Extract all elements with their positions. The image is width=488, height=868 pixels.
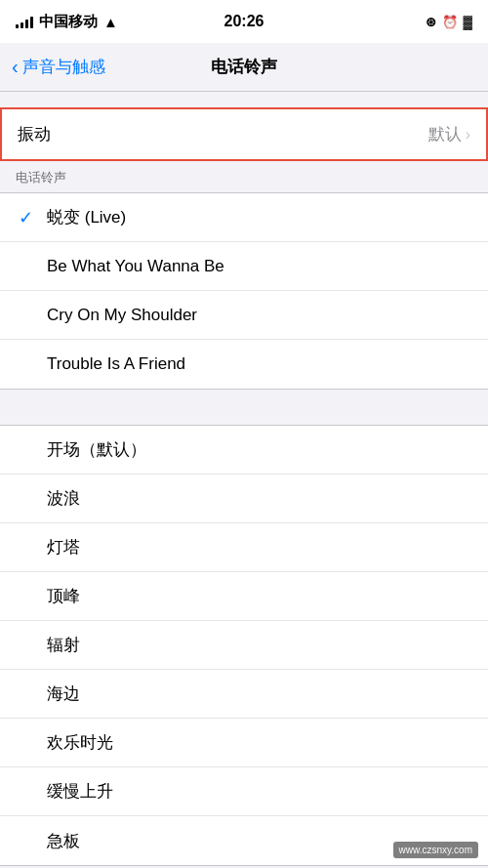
ringtone-label: 辐射 [47, 634, 472, 656]
back-chevron-icon: ‹ [12, 57, 19, 76]
ringtone-label: 蜕变 (Live) [47, 206, 472, 228]
list-item[interactable]: 海边 [0, 670, 488, 719]
alarm-icon: ⊛ [426, 15, 436, 29]
list-item[interactable]: 缓慢上升 [0, 767, 488, 816]
vibration-section: 振动 默认 › [0, 107, 488, 161]
list-item[interactable]: ✓ 蜕变 (Live) [0, 193, 488, 242]
status-carrier: 中国移动 ▲ [16, 13, 118, 31]
list-item[interactable]: 辐射 [0, 621, 488, 670]
vibration-row[interactable]: 振动 默认 › [2, 109, 486, 159]
vibration-label: 振动 [18, 123, 51, 145]
nav-bar: ‹ 声音与触感 电话铃声 [0, 43, 488, 92]
nav-title: 电话铃声 [211, 56, 277, 78]
vibration-value: 默认 [428, 123, 462, 145]
list-item[interactable]: 灯塔 [0, 523, 488, 572]
list-item[interactable]: 波浪 [0, 475, 488, 523]
ringtone-label: 灯塔 [47, 536, 472, 558]
back-label: 声音与触感 [22, 56, 105, 78]
list-item[interactable]: Be What You Wanna Be [0, 242, 488, 291]
status-bar: 中国移动 ▲ 20:26 ⊛ ⏰ ▓ [0, 0, 488, 43]
status-icons: ⊛ ⏰ ▓ [426, 15, 472, 29]
ringtone-label: 缓慢上升 [47, 780, 472, 803]
list-item[interactable]: 开场（默认） [0, 426, 488, 475]
checkmark-icon: ✓ [16, 207, 35, 228]
ringtone-label: Trouble Is A Friend [47, 354, 472, 374]
ringtone-label: 海边 [47, 682, 472, 705]
ringtone-label: 欢乐时光 [47, 731, 472, 754]
builtin-ringtones-list: 开场（默认） 波浪 灯塔 顶峰 辐射 海边 欢乐时光 缓慢上升 急板 [0, 425, 488, 866]
list-item[interactable]: 顶峰 [0, 572, 488, 621]
back-button[interactable]: ‹ 声音与触感 [12, 56, 105, 78]
list-item[interactable]: Cry On My Shoulder [0, 291, 488, 340]
ringtone-label: Cry On My Shoulder [47, 306, 472, 325]
list-item[interactable]: 欢乐时光 [0, 719, 488, 767]
ringtone-label: Be What You Wanna Be [47, 257, 472, 276]
carrier-label: 中国移动 [39, 13, 98, 31]
wifi-icon: ▲ [103, 14, 118, 30]
custom-ringtones-list: ✓ 蜕变 (Live) Be What You Wanna Be Cry On … [0, 192, 488, 390]
section-gap [0, 390, 488, 425]
alarm-clock-icon: ⏰ [442, 15, 458, 29]
battery-icon: ▓ [464, 15, 472, 29]
vibration-right: 默认 › [428, 123, 470, 145]
ringtone-label: 波浪 [47, 487, 472, 510]
ringtone-label: 顶峰 [47, 585, 472, 607]
signal-icon [16, 15, 33, 28]
watermark: www.czsnxy.com [393, 842, 478, 858]
vibration-chevron-icon: › [466, 126, 470, 144]
list-item[interactable]: Trouble Is A Friend [0, 340, 488, 389]
status-time: 20:26 [224, 13, 264, 30]
ringtone-section-header: 电话铃声 [0, 161, 488, 192]
ringtone-label: 开场（默认） [47, 438, 472, 461]
